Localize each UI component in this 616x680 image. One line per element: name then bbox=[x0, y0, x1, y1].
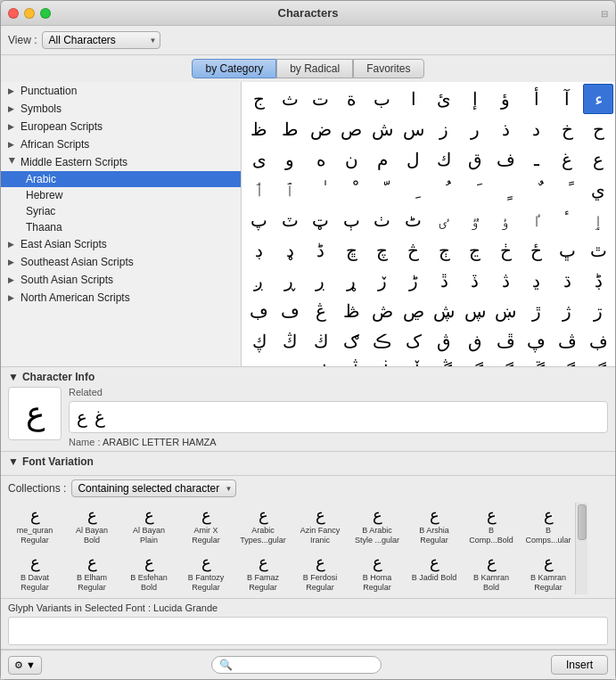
char-cell[interactable]: أ bbox=[522, 84, 552, 114]
char-cell[interactable]: إ bbox=[460, 84, 490, 114]
char-cell[interactable]: ش bbox=[367, 114, 398, 144]
char-cell[interactable]: ڳ bbox=[460, 356, 490, 366]
search-input[interactable] bbox=[236, 659, 374, 671]
char-cell[interactable]: ڲ bbox=[490, 356, 521, 366]
sidebar-group-punctuation[interactable]: ▶ Punctuation bbox=[1, 82, 241, 100]
sidebar-group-middle-eastern[interactable]: ▶ Middle Eastern Scripts bbox=[1, 153, 241, 171]
font-item[interactable]: عB Comps...ular bbox=[522, 503, 575, 547]
char-cell[interactable]: ٱ bbox=[275, 175, 305, 205]
char-cell[interactable]: ټ bbox=[306, 205, 336, 235]
char-cell[interactable]: ح bbox=[583, 114, 613, 144]
char-cell[interactable]: ڕ bbox=[275, 266, 305, 296]
char-cell[interactable]: ٳ bbox=[583, 205, 613, 235]
char-cell[interactable]: ڇ bbox=[336, 235, 366, 266]
char-cell[interactable]: ڠ bbox=[306, 296, 336, 326]
char-cell[interactable]: آ bbox=[552, 84, 582, 114]
sidebar-group-southeast-asian[interactable]: ▶ Southeast Asian Scripts bbox=[1, 253, 241, 271]
char-cell[interactable]: ٍ bbox=[490, 175, 521, 205]
char-cell[interactable]: ٌ bbox=[522, 175, 552, 205]
char-cell[interactable]: ڣ bbox=[583, 326, 613, 356]
char-cell[interactable]: ڈ bbox=[306, 235, 336, 266]
char-cell[interactable]: ڙ bbox=[522, 296, 552, 326]
char-cell[interactable]: ٸ bbox=[429, 205, 459, 235]
char-cell[interactable]: ة bbox=[336, 84, 366, 114]
char-cell[interactable]: ُ bbox=[429, 175, 459, 205]
maximize-button[interactable] bbox=[40, 8, 51, 19]
char-cell[interactable]: ڛ bbox=[460, 296, 490, 326]
char-cell[interactable]: د bbox=[522, 114, 552, 144]
font-item[interactable]: عArabic Types...gular bbox=[236, 503, 290, 547]
char-cell[interactable]: ط bbox=[275, 114, 305, 144]
char-cell[interactable]: ج bbox=[244, 84, 275, 114]
char-cell[interactable]: س bbox=[398, 114, 429, 144]
font-item[interactable]: عB Esfehan Bold bbox=[122, 550, 176, 594]
view-select-wrapper[interactable]: All Characters Latin Characters Chinese … bbox=[42, 31, 160, 49]
char-cell[interactable]: ڥ bbox=[522, 326, 552, 356]
char-cell[interactable]: خ bbox=[552, 114, 582, 144]
sidebar-group-symbols[interactable]: ▶ Symbols bbox=[1, 100, 241, 118]
char-cell[interactable]: ڌ bbox=[552, 266, 582, 296]
sidebar-item-thaana[interactable]: Thaana bbox=[1, 219, 241, 235]
view-select[interactable]: All Characters Latin Characters Chinese … bbox=[42, 31, 160, 49]
char-cell[interactable]: ى bbox=[244, 144, 275, 175]
collections-select[interactable]: Containing selected character All Fonts bbox=[71, 479, 236, 497]
font-item[interactable]: عAl Bayan Bold bbox=[65, 503, 119, 547]
font-item[interactable]: عme_quran Regular bbox=[8, 503, 62, 547]
char-cell[interactable]: ڀ bbox=[552, 235, 582, 266]
char-cell[interactable]: ل bbox=[398, 144, 429, 175]
char-cell[interactable]: ٴ bbox=[552, 205, 582, 235]
font-item[interactable]: عB Comp...Bold bbox=[464, 503, 518, 547]
char-cell[interactable]: ڭ bbox=[275, 326, 305, 356]
char-cell[interactable]: ٹ bbox=[398, 205, 429, 235]
font-item[interactable]: عAl Bayan Plain bbox=[122, 503, 176, 547]
char-cell[interactable]: ڨ bbox=[429, 326, 459, 356]
char-cell[interactable]: غ bbox=[552, 144, 582, 175]
char-cell[interactable]: ڋ bbox=[583, 266, 613, 296]
char-cell[interactable]: ڧ bbox=[460, 326, 490, 356]
char-cell[interactable]: ڹ bbox=[275, 356, 305, 366]
char-cell[interactable]: ڵ bbox=[398, 356, 429, 366]
char-cell[interactable]: ق bbox=[460, 144, 490, 175]
char-cell[interactable]: ڜ bbox=[429, 296, 459, 326]
font-grid-scrollbar[interactable] bbox=[575, 503, 587, 594]
char-cell[interactable]: ٻ bbox=[336, 205, 366, 235]
char-cell[interactable]: ٽ bbox=[275, 205, 305, 235]
char-cell[interactable]: ـ bbox=[522, 144, 552, 175]
char-cell[interactable]: ٷ bbox=[460, 205, 490, 235]
char-cell[interactable]: ڴ bbox=[429, 356, 459, 366]
char-cell[interactable]: ڔ bbox=[306, 266, 336, 296]
collections-select-wrapper[interactable]: Containing selected character All Fonts bbox=[71, 479, 236, 497]
char-cell[interactable]: ڑ bbox=[398, 266, 429, 296]
font-item[interactable]: عB Homa Regular bbox=[350, 550, 404, 594]
font-item[interactable]: عAmir X Regular bbox=[179, 503, 233, 547]
char-cell[interactable]: ڮ bbox=[244, 326, 275, 356]
char-cell[interactable]: ا bbox=[398, 84, 429, 114]
char-cell[interactable]: ځ bbox=[522, 235, 552, 266]
char-cell[interactable]: ڎ bbox=[490, 266, 521, 296]
char-cell[interactable]: ک bbox=[398, 326, 429, 356]
char-cell[interactable]: ض bbox=[306, 114, 336, 144]
char-cell[interactable]: ړ bbox=[336, 266, 366, 296]
char-cell[interactable]: ر bbox=[460, 114, 490, 144]
char-cell[interactable]: ڢ bbox=[244, 296, 275, 326]
char-cell[interactable]: ڃ bbox=[460, 235, 490, 266]
char-cell[interactable]: ڗ bbox=[583, 296, 613, 326]
char-grid-container[interactable]: ءآأؤإئابةتثجحخدذرزسشصضطظعغـفقكلمنهوىيًٌٍ… bbox=[242, 82, 615, 366]
char-cell[interactable]: ڦ bbox=[490, 326, 521, 356]
char-cell[interactable]: ٲ bbox=[244, 175, 275, 205]
char-cell[interactable]: ڟ bbox=[336, 296, 366, 326]
font-item[interactable]: عB Jadid Bold bbox=[407, 550, 461, 594]
sidebar-item-hebrew[interactable]: Hebrew bbox=[1, 187, 241, 203]
sidebar-group-north-american[interactable]: ▶ North American Scripts bbox=[1, 289, 241, 307]
char-cell[interactable]: ٶ bbox=[490, 205, 521, 235]
sidebar-group-european[interactable]: ▶ European Scripts bbox=[1, 118, 241, 135]
sidebar-group-african[interactable]: ▶ African Scripts bbox=[1, 135, 241, 153]
font-item[interactable]: عB Kamran Regular bbox=[522, 550, 575, 594]
font-item[interactable]: عAzin Fancy Iranic bbox=[293, 503, 347, 547]
font-item[interactable]: عB Ferdosi Regular bbox=[293, 550, 347, 594]
font-scrollbar-thumb[interactable] bbox=[578, 504, 587, 540]
char-cell[interactable]: ِ bbox=[398, 175, 429, 205]
char-cell[interactable]: چ bbox=[367, 235, 398, 266]
char-cell[interactable]: ښ bbox=[490, 296, 521, 326]
char-cell[interactable]: ء bbox=[583, 84, 613, 114]
